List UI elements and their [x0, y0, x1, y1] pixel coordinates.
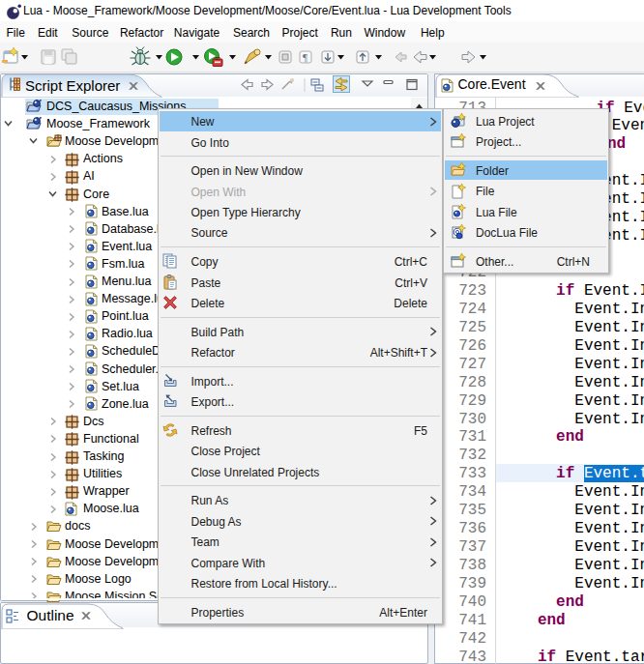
svg-text:¶: ¶ — [303, 51, 307, 63]
